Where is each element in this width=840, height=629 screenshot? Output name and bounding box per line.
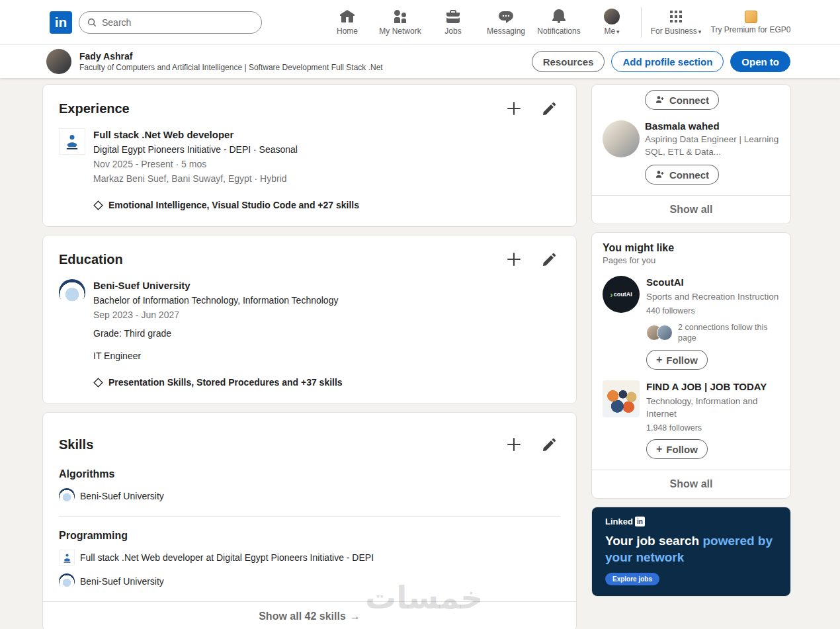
connect-button[interactable]: Connect	[645, 90, 719, 110]
follow-label: Follow	[666, 355, 698, 366]
ad-banner[interactable]: Linked in Your job search powered by you…	[592, 507, 790, 596]
edit-experience-button[interactable]	[539, 98, 560, 119]
you-might-like-card: You might like Pages for you ›coutAI Sco…	[592, 233, 790, 498]
page-name[interactable]: FIND A JOB | JOB TODAY	[646, 380, 780, 394]
skill-endorsement-item: Beni-Suef University	[59, 573, 560, 589]
education-grade: Grade: Third grade	[93, 327, 560, 340]
caret-down-icon: ▾	[616, 28, 620, 35]
ad-headline: Your job search powered by your network	[605, 532, 778, 566]
messaging-icon	[498, 9, 514, 24]
suggestion-entry: Basmala wahed Aspiring Data Engineer | L…	[592, 116, 790, 185]
explore-jobs-button[interactable]: Explore jobs	[605, 573, 659, 585]
add-skill-button[interactable]	[503, 434, 525, 455]
depi-logo	[59, 550, 75, 566]
nav-my-network[interactable]: My Network	[374, 0, 427, 45]
nav-my-network-label: My Network	[379, 26, 421, 36]
edit-skills-button[interactable]	[539, 434, 560, 455]
profile-name: Fady Ashraf	[79, 51, 383, 62]
skill-endorsement-text: Beni-Suef University	[80, 576, 164, 587]
nav-for-business[interactable]: For Business▾	[644, 0, 708, 45]
suggested-person-name[interactable]: Basmala wahed	[645, 120, 780, 132]
person-plus-icon	[655, 169, 665, 180]
skill-diamond-icon	[93, 378, 103, 388]
skill-endorsement-item: Full stack .Net Web developer at Digital…	[59, 550, 560, 566]
suggested-person-headline: Aspiring Data Engineer | Learning SQL, E…	[645, 133, 780, 158]
skill-diamond-icon	[93, 200, 103, 210]
scoutai-logo[interactable]: ›coutAI	[603, 276, 640, 313]
content: Experience Full stack .Net Web developer…	[0, 78, 840, 629]
experience-location: Markaz Beni Suef, Bani Suwayf, Egypt · H…	[93, 172, 560, 185]
nav-home-label: Home	[337, 26, 358, 36]
divider	[59, 516, 560, 517]
education-dates: Sep 2023 - Jun 2027	[93, 308, 560, 321]
education-entry[interactable]: Beni-Suef University Bachelor of Informa…	[59, 279, 560, 388]
nav-jobs[interactable]: Jobs	[427, 0, 480, 45]
main-column: Experience Full stack .Net Web developer…	[43, 85, 576, 629]
experience-role: Full stack .Net Web developer	[93, 128, 560, 142]
grid-icon	[668, 9, 684, 24]
person-plus-icon	[655, 95, 665, 105]
connection-avatars	[646, 325, 673, 341]
nav-me[interactable]: Me▾	[585, 0, 638, 45]
page-followers: 1,948 followers	[646, 423, 780, 433]
nav-items: Home My Network Jobs Messaging Notificat…	[321, 0, 638, 45]
page-suggestion-entry: ›coutAI ScoutAI Sports and Recreation In…	[592, 265, 790, 370]
skill-group-programming[interactable]: Programming	[59, 530, 560, 542]
experience-entry[interactable]: Full stack .Net Web developer Digital Eg…	[59, 128, 560, 210]
nav-home[interactable]: Home	[321, 0, 374, 45]
social-proof-text: 2 connections follow this page	[678, 322, 780, 343]
nav-for-business-label: For Business▾	[651, 26, 702, 36]
resources-button[interactable]: Resources	[532, 51, 605, 72]
add-experience-button[interactable]	[503, 98, 525, 119]
education-description: IT Engineer	[93, 349, 560, 362]
bell-icon	[551, 9, 567, 24]
find-a-job-logo[interactable]	[603, 380, 640, 417]
you-might-like-title: You might like	[603, 242, 780, 254]
follow-button[interactable]: + Follow	[646, 350, 708, 370]
nav-try-premium-label: Try Premium for EGP0	[711, 25, 791, 34]
linkedin-profile-page: in Home My Network Jobs Messaging	[0, 0, 840, 629]
show-all-skills-button[interactable]: Show all 42 skills →	[43, 601, 576, 629]
search-input[interactable]	[102, 17, 253, 28]
skill-endorsement-text: Beni-Suef University	[80, 491, 164, 501]
plus-icon: +	[656, 355, 662, 365]
page-name[interactable]: ScoutAI	[646, 276, 780, 289]
linkedin-logo[interactable]: in	[50, 11, 72, 34]
search-box[interactable]	[79, 11, 262, 34]
suggestion-partial-entry: Connect	[592, 90, 790, 116]
show-all-pages-button[interactable]: Show all	[592, 470, 790, 498]
education-skills-text: Presentation Skills, Stored Procedures a…	[108, 377, 343, 388]
scoutai-logo-text: coutAI	[614, 291, 632, 298]
people-icon	[392, 9, 408, 24]
education-skills-row[interactable]: Presentation Skills, Stored Procedures a…	[93, 377, 560, 388]
premium-icon	[745, 11, 757, 23]
education-section: Education Beni-Suef University Bachelor …	[43, 235, 576, 403]
experience-skills-row[interactable]: Emotional Intelligence, Visual Studio Co…	[93, 200, 560, 210]
add-profile-section-button[interactable]: Add profile section	[611, 51, 724, 72]
nav-notifications[interactable]: Notifications	[532, 0, 585, 45]
depi-logo	[59, 128, 85, 155]
edit-education-button[interactable]	[539, 249, 560, 270]
profile-avatar[interactable]	[46, 49, 71, 74]
skill-group-algorithms[interactable]: Algorithms	[59, 468, 560, 480]
experience-title: Experience	[59, 101, 130, 116]
connect-button[interactable]: Connect	[645, 165, 719, 185]
suggested-person-avatar[interactable]	[603, 120, 640, 157]
nav-messaging[interactable]: Messaging	[480, 0, 532, 45]
experience-section: Experience Full stack .Net Web developer…	[43, 85, 576, 226]
page-followers: 440 followers	[646, 306, 780, 315]
education-degree: Bachelor of Information Technology, Info…	[93, 294, 560, 307]
skill-endorsement-item: Beni-Suef University	[59, 488, 560, 504]
people-suggestions-card: Connect Basmala wahed Aspiring Data Engi…	[592, 85, 790, 224]
nav-try-premium[interactable]: Try Premium for EGP0	[708, 0, 794, 45]
open-to-button[interactable]: Open to	[730, 51, 790, 72]
linkedin-wordmark: Linked in	[605, 517, 777, 526]
connect-label: Connect	[669, 95, 709, 106]
page-suggestion-entry: FIND A JOB | JOB TODAY Technology, Infor…	[592, 370, 790, 459]
page-category: Technology, Information and Internet	[646, 395, 780, 420]
follow-button[interactable]: + Follow	[646, 439, 708, 459]
experience-org: Digital Egypt Pioneers Initiative - DEPI…	[93, 143, 560, 156]
add-education-button[interactable]	[503, 249, 525, 270]
show-all-people-button[interactable]: Show all	[592, 195, 790, 224]
profile-sticky-header: Fady Ashraf Faculty of Computers and Art…	[0, 45, 840, 78]
